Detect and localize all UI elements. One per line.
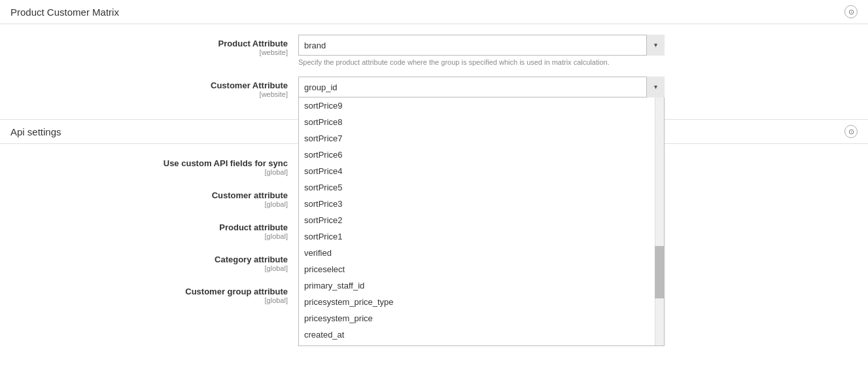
- dropdown-scrollbar[interactable]: [655, 97, 664, 345]
- dropdown-item[interactable]: created_at: [299, 327, 655, 343]
- customer-attribute-dropdown-arrow[interactable]: [646, 77, 665, 97]
- api-category-attribute-label-col: Category attribute [global]: [10, 251, 298, 272]
- dropdown-item[interactable]: pricesystem_price: [299, 310, 655, 327]
- dropdown-item[interactable]: primary_staff_id: [299, 277, 655, 294]
- customer-attribute-row: Customer Attribute [website] group_id so…: [0, 77, 868, 98]
- dropdown-item[interactable]: sortPrice4: [299, 163, 655, 179]
- use-custom-api-scope: [global]: [10, 168, 288, 176]
- customer-attribute-label: Customer Attribute: [10, 80, 288, 90]
- dropdown-item[interactable]: sortPrice8: [299, 114, 655, 130]
- product-attribute-control-col: brand Specify the product attribute code…: [298, 35, 858, 66]
- product-customer-matrix-title: Product Customer Matrix: [10, 7, 119, 18]
- dropdown-item[interactable]: sortPrice5: [299, 179, 655, 196]
- api-settings-title: Api settings: [10, 126, 61, 137]
- dropdown-item[interactable]: sortPrice7: [299, 130, 655, 147]
- customer-attribute-label-col: Customer Attribute [website]: [10, 77, 298, 98]
- api-category-attribute-scope: [global]: [10, 264, 288, 272]
- api-customer-attribute-label-col: Customer attribute [global]: [10, 186, 298, 208]
- dropdown-item[interactable]: sortPrice3: [299, 196, 655, 212]
- page-container: Product Customer Matrix ⊙ Product Attrib…: [0, 0, 868, 371]
- customer-attribute-dropdown-list: sortPrice9sortPrice8sortPrice7sortPrice6…: [299, 97, 655, 345]
- api-customer-group-attribute-label-col: Customer group attribute [global]: [10, 283, 298, 304]
- product-attribute-select-wrapper: brand: [298, 35, 665, 56]
- product-attribute-label: Product Attribute: [10, 39, 288, 48]
- dropdown-item[interactable]: sortPrice9: [299, 97, 655, 114]
- dropdown-item[interactable]: sortPrice2: [299, 212, 655, 228]
- dropdown-item[interactable]: sortPrice6: [299, 147, 655, 163]
- product-customer-matrix-collapse[interactable]: ⊙: [844, 5, 858, 18]
- api-product-attribute-scope: [global]: [10, 232, 288, 240]
- dropdown-item[interactable]: priceselect: [299, 261, 655, 277]
- use-custom-api-label-col: Use custom API fields for sync [global]: [10, 154, 298, 176]
- customer-attribute-dropdown: sortPrice9sortPrice8sortPrice7sortPrice6…: [298, 97, 665, 346]
- dropdown-item[interactable]: confirmation: [299, 343, 655, 345]
- api-customer-group-attribute-label: Customer group attribute: [10, 287, 288, 296]
- api-category-attribute-label: Category attribute: [10, 255, 288, 264]
- api-product-attribute-label: Product attribute: [10, 222, 288, 232]
- api-settings-collapse[interactable]: ⊙: [844, 125, 858, 138]
- customer-attribute-control-col: group_id sortPrice9sortPrice8sortPrice7s…: [298, 77, 858, 97]
- dropdown-scrollbar-thumb[interactable]: [655, 246, 664, 298]
- product-customer-matrix-form: Product Attribute [website] brand Specif…: [0, 24, 868, 119]
- customer-attribute-select-wrapper: group_id sortPrice9sortPrice8sortPrice7s…: [298, 77, 665, 97]
- product-customer-matrix-header: Product Customer Matrix ⊙: [0, 0, 868, 24]
- product-attribute-scope: [website]: [10, 48, 288, 56]
- dropdown-item[interactable]: sortPrice1: [299, 228, 655, 245]
- customer-attribute-select[interactable]: group_id: [298, 77, 665, 97]
- api-customer-attribute-scope: [global]: [10, 200, 288, 208]
- product-attribute-dropdown-arrow[interactable]: [646, 35, 665, 56]
- product-attribute-label-col: Product Attribute [website]: [10, 35, 298, 56]
- customer-attribute-scope: [website]: [10, 90, 288, 98]
- product-attribute-hint: Specify the product attribute code where…: [298, 58, 858, 66]
- dropdown-item[interactable]: pricesystem_price_type: [299, 294, 655, 310]
- product-attribute-select[interactable]: brand: [298, 35, 665, 56]
- product-attribute-row: Product Attribute [website] brand Specif…: [0, 35, 868, 66]
- api-product-attribute-label-col: Product attribute [global]: [10, 219, 298, 240]
- dropdown-item[interactable]: verified: [299, 245, 655, 261]
- api-customer-attribute-label: Customer attribute: [10, 190, 288, 200]
- use-custom-api-label: Use custom API fields for sync: [10, 158, 288, 168]
- api-customer-group-attribute-scope: [global]: [10, 296, 288, 304]
